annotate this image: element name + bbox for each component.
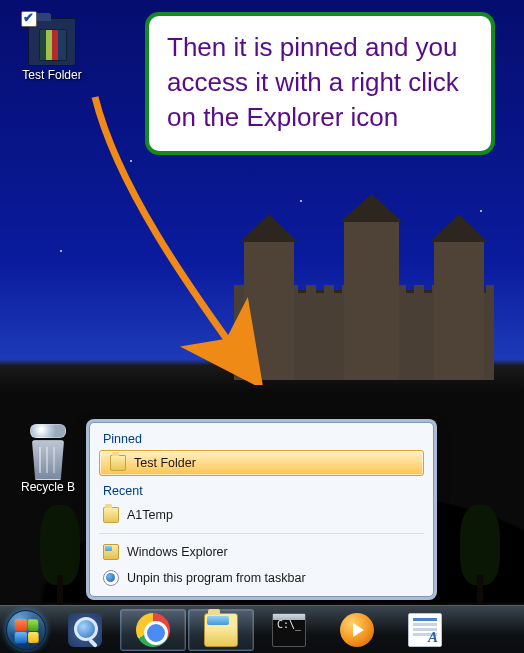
cmd-icon <box>272 613 306 647</box>
desktop-icon-test-folder[interactable]: Test Folder <box>12 18 92 82</box>
checkmark-overlay-icon <box>21 11 37 27</box>
taskbar-button-cmd[interactable] <box>256 609 322 651</box>
start-button[interactable] <box>2 606 50 654</box>
binder-icon <box>39 29 67 61</box>
taskbar <box>0 605 524 653</box>
magnifier-icon <box>68 613 102 647</box>
jumplist-app-label: Windows Explorer <box>127 545 228 559</box>
annotation-text: Then it is pinned and you access it with… <box>167 30 473 135</box>
jumplist-recent-header: Recent <box>93 480 430 502</box>
tree-decor <box>460 505 500 605</box>
jumplist-pinned-header: Pinned <box>93 428 430 450</box>
taskbar-button-wmp[interactable] <box>324 609 390 651</box>
desktop-icon-recycle-bin[interactable]: Recycle B <box>8 430 88 494</box>
jumplist-item-label: Test Folder <box>134 456 196 470</box>
folder-icon <box>110 455 126 471</box>
media-player-icon <box>340 613 374 647</box>
folder-icon <box>103 507 119 523</box>
recycle-bin-icon <box>26 430 70 480</box>
taskbar-button-chrome[interactable] <box>120 609 186 651</box>
tree-decor <box>40 505 80 605</box>
wordpad-icon <box>408 613 442 647</box>
desktop-icon-label: Test Folder <box>12 68 92 82</box>
pin-icon <box>103 570 119 586</box>
jumplist-app-entry[interactable]: Windows Explorer <box>93 539 430 565</box>
jumplist-item-recent[interactable]: A1Temp <box>93 502 430 528</box>
taskbar-button-explorer[interactable] <box>188 609 254 651</box>
windows-orb-icon <box>6 610 46 650</box>
explorer-icon <box>103 544 119 560</box>
taskbar-button-wordpad[interactable] <box>392 609 458 651</box>
separator <box>99 533 424 534</box>
annotation-callout: Then it is pinned and you access it with… <box>145 12 495 155</box>
jumplist-unpin-label: Unpin this program from taskbar <box>127 571 306 585</box>
jumplist: Pinned Test Folder Recent A1Temp Windows… <box>89 422 434 597</box>
chrome-icon <box>136 613 170 647</box>
explorer-icon <box>204 613 238 647</box>
jumplist-unpin-entry[interactable]: Unpin this program from taskbar <box>93 565 430 591</box>
jumplist-item-label: A1Temp <box>127 508 173 522</box>
jumplist-item-pinned[interactable]: Test Folder <box>99 450 424 476</box>
taskbar-button-magnifier[interactable] <box>52 609 118 651</box>
folder-icon <box>28 18 76 66</box>
desktop-icon-label: Recycle B <box>8 480 88 494</box>
